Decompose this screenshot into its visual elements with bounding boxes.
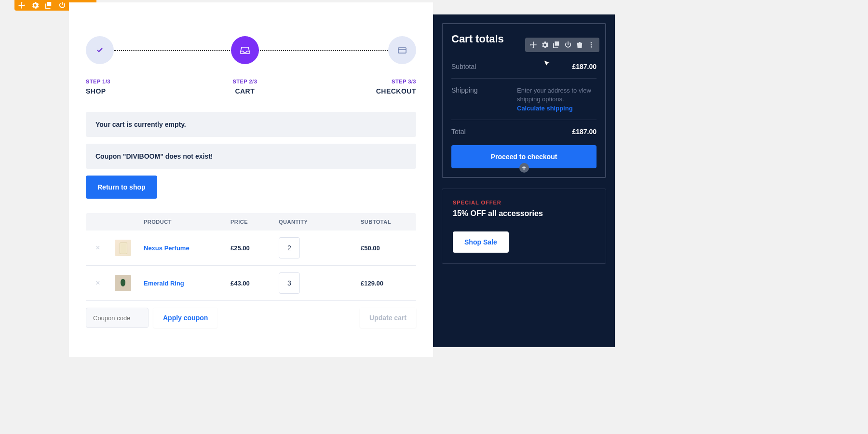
subtotal-label: Subtotal: [451, 63, 476, 70]
product-name-link[interactable]: Emerald Ring: [139, 280, 231, 287]
step-2-number: STEP 2/3: [232, 79, 257, 84]
product-name-link[interactable]: Nexus Perfume: [139, 244, 231, 252]
duplicate-icon[interactable]: [45, 2, 52, 9]
offer-title: 15% OFF all accessories: [453, 209, 595, 218]
coupon-input[interactable]: [86, 308, 149, 328]
trash-icon[interactable]: [576, 41, 583, 48]
update-cart-button[interactable]: Update cart: [360, 308, 416, 328]
step-3-number: STEP 3/3: [392, 79, 416, 84]
builder-toolbar-gray: [525, 38, 599, 52]
gear-icon[interactable]: [542, 41, 548, 48]
step-1-label: SHOP: [86, 87, 106, 95]
cart-main-card: STEP 1/3 SHOP STEP 2/3 CART STEP 3/3 CHE…: [69, 2, 433, 357]
subtotal-value: £187.00: [572, 63, 597, 70]
proceed-to-checkout-button[interactable]: Proceed to checkout +: [451, 145, 597, 168]
product-subtotal: £129.00: [361, 280, 414, 287]
power-icon[interactable]: [565, 41, 571, 48]
duplicate-icon[interactable]: [553, 41, 560, 48]
product-thumbnail[interactable]: [115, 240, 131, 256]
step-shop[interactable]: STEP 1/3 SHOP: [86, 36, 114, 95]
svg-point-7: [591, 46, 592, 48]
shipping-text: Enter your address to view shipping opti…: [517, 87, 591, 103]
subtotal-row: Subtotal £187.00: [451, 55, 597, 79]
step-cart[interactable]: STEP 2/3 CART: [231, 36, 259, 95]
cart-table: PRODUCT PRICE QUANTITY SUBTOTAL × Nexus …: [86, 213, 416, 328]
product-price: £25.00: [231, 244, 279, 252]
product-thumbnail[interactable]: [115, 275, 131, 291]
remove-item-button[interactable]: ×: [86, 244, 110, 252]
more-icon[interactable]: [588, 41, 595, 48]
check-icon: [86, 36, 114, 64]
product-price: £43.00: [231, 280, 279, 287]
step-1-number: STEP 1/3: [86, 79, 110, 84]
table-row: × Nexus Perfume £25.00 £50.00: [86, 231, 416, 266]
quantity-input[interactable]: [279, 272, 300, 294]
total-value: £187.00: [572, 128, 597, 136]
svg-rect-3: [398, 48, 406, 53]
shop-sale-button[interactable]: Shop Sale: [453, 231, 509, 253]
special-offer-card: SPECIAL OFFER 15% OFF all accessories Sh…: [442, 189, 606, 264]
coupon-row: Apply coupon Update cart: [86, 308, 416, 328]
remove-item-button[interactable]: ×: [86, 279, 110, 287]
header-price: PRICE: [231, 219, 279, 225]
shipping-row: Shipping Enter your address to view ship…: [451, 79, 597, 120]
header-subtotal: SUBTOTAL: [361, 219, 414, 225]
svg-point-6: [591, 44, 592, 46]
cart-sidebar: Cart totals Subtotal £187.00 Shipping En…: [433, 14, 615, 347]
table-header: PRODUCT PRICE QUANTITY SUBTOTAL: [86, 213, 416, 231]
power-icon[interactable]: [59, 2, 66, 9]
return-to-shop-button[interactable]: Return to shop: [86, 176, 157, 199]
step-2-label: CART: [235, 87, 255, 95]
offer-tag: SPECIAL OFFER: [453, 200, 595, 205]
header-quantity: QUANTITY: [279, 219, 361, 225]
total-label: Total: [451, 128, 466, 136]
table-row: × Emerald Ring £43.00 £129.00: [86, 266, 416, 301]
inbox-icon: [231, 36, 259, 64]
cursor-icon: [543, 60, 550, 67]
add-module-icon[interactable]: +: [519, 163, 529, 173]
empty-cart-notice: Your cart is currently empty.: [86, 112, 416, 137]
apply-coupon-button[interactable]: Apply coupon: [153, 308, 217, 328]
checkout-steps: STEP 1/3 SHOP STEP 2/3 CART STEP 3/3 CHE…: [86, 36, 416, 95]
svg-point-5: [591, 42, 592, 43]
calculate-shipping-link[interactable]: Calculate shipping: [517, 105, 597, 112]
quantity-input[interactable]: [279, 237, 300, 258]
product-subtotal: £50.00: [361, 244, 414, 252]
step-checkout[interactable]: STEP 3/3 CHECKOUT: [376, 36, 416, 95]
total-row: Total £187.00: [451, 120, 597, 143]
move-icon[interactable]: [530, 41, 537, 48]
move-icon[interactable]: [18, 2, 25, 9]
card-icon: [388, 36, 416, 64]
step-3-label: CHECKOUT: [376, 87, 416, 95]
gear-icon[interactable]: [32, 2, 39, 9]
header-product: PRODUCT: [139, 219, 231, 225]
checkout-button-label: Proceed to checkout: [491, 153, 557, 161]
coupon-error-notice: Coupon "DIVIBOOM" does not exist!: [86, 144, 416, 169]
shipping-label: Shipping: [451, 86, 478, 112]
cart-totals-card: Cart totals Subtotal £187.00 Shipping En…: [442, 23, 606, 178]
